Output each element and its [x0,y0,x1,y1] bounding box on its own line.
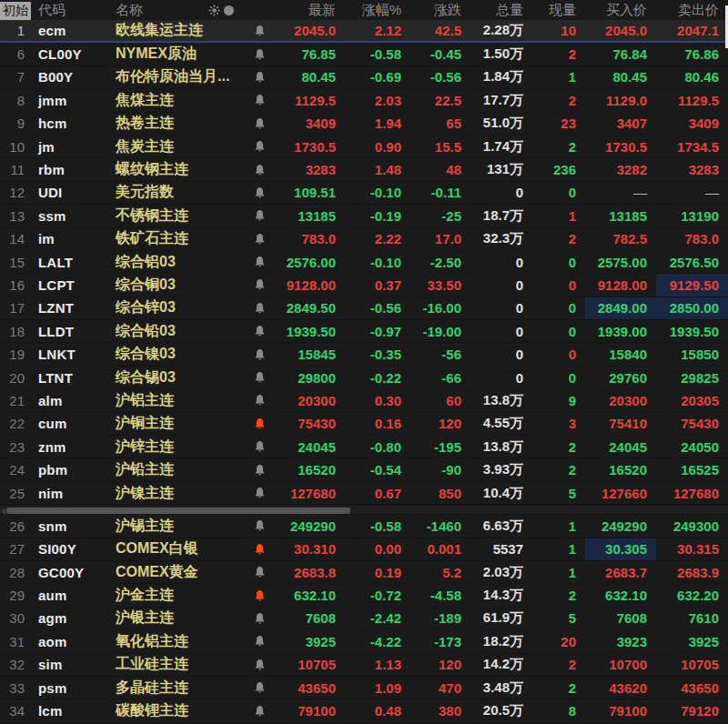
table-row[interactable]: 27SI00YCOMEX白银30.3100.000.0015537130.305… [0,538,728,561]
column-header-ask[interactable]: 卖出价 [656,0,728,20]
bell-cell[interactable] [247,367,272,388]
table-row[interactable]: 24pbm沪铅主连16520-0.54-903.93万21652016525 [0,458,728,481]
table-row[interactable]: 30agm沪银主连7608-2.42-18961.9万576087610 [0,608,728,630]
table-row[interactable]: 15LALT综合铝032576.00-0.10-2.50002575.00257… [0,251,728,274]
bell-icon[interactable] [254,256,266,268]
bell-icon[interactable] [254,612,266,625]
bell-cell[interactable] [247,436,272,458]
bell-icon[interactable] [254,302,266,315]
bell-cell[interactable] [247,158,272,180]
table-row[interactable]: 12UDI美元指数109.51-0.10-0.1100—— [0,182,728,205]
column-header-bid[interactable]: 买入价 [585,0,656,20]
table-row[interactable]: 8jmm焦煤主连1129.52.0322.517.7万21129.01129.5 [0,89,728,112]
column-header-last[interactable]: 最新 [272,0,345,20]
bell-alert-icon[interactable] [254,543,266,556]
bell-cell[interactable] [247,458,272,480]
bell-cell[interactable] [247,584,272,606]
bell-cell[interactable] [247,251,272,273]
bell-icon[interactable] [254,440,266,453]
table-row[interactable]: 29aum沪金主连632.10-0.72-4.5814.3万2632.10632… [0,584,728,607]
bell-cell[interactable] [247,343,272,365]
bell-icon[interactable] [254,48,266,61]
bell-icon[interactable] [254,371,266,384]
column-header-vol[interactable]: 总量 [470,0,532,20]
bell-cell[interactable] [247,389,272,411]
bell-cell[interactable] [247,66,272,88]
table-row[interactable]: 34lcm碳酸锂主连791000.4838020.5万87910079120 [0,699,728,722]
table-row[interactable]: 19LNKT综合镍0315845-0.35-56001584015850 [0,343,728,366]
bell-cell[interactable] [247,205,272,226]
bell-icon[interactable] [254,140,266,153]
table-row[interactable]: 17LZNT综合锌032849.50-0.56-16.00002849.0028… [0,297,728,320]
bell-icon[interactable] [254,487,266,499]
bell-icon[interactable] [254,394,266,407]
bell-cell[interactable] [247,89,272,111]
bell-icon[interactable] [254,705,266,718]
table-row[interactable]: 20LTNT综合锡0329800-0.22-66002976029825 [0,367,728,389]
bell-cell[interactable] [247,482,272,504]
dot-icon[interactable] [224,5,234,15]
bell-icon[interactable] [254,233,266,246]
table-row[interactable]: 22cum沪铜主连754300.161204.55万37541075430 [0,413,728,436]
table-row[interactable]: 9hcm热卷主连34091.946551.0万2334073409 [0,113,728,136]
table-row[interactable]: 7B00Y布伦特原油当月...80.45-0.69-0.561.84万180.4… [0,66,728,89]
bell-icon[interactable] [254,519,266,532]
table-row[interactable]: 28GC00YCOMEX黄金2683.80.195.22.03万12683.72… [0,561,728,584]
bell-cell[interactable] [247,182,272,204]
bell-icon[interactable] [254,94,266,106]
table-row[interactable]: 10jm焦炭主连1730.50.9015.51.74万21730.51734.5 [0,136,728,158]
table-row[interactable]: 14im铁矿石主连783.02.2217.032.3万2782.5783.0 [0,228,728,251]
table-row[interactable]: 31aom氧化铝主连3925-4.22-17318.2万2039233925 [0,630,728,653]
bell-icon[interactable] [254,659,266,671]
table-row[interactable]: 13ssm不锈钢主连13185-0.19-2518.7万11318513190 [0,205,728,227]
bell-icon[interactable] [254,117,266,130]
bell-icon[interactable] [254,464,266,477]
bell-cell[interactable] [247,654,272,676]
bell-cell[interactable] [247,20,272,41]
table-row[interactable]: 16LCPT综合铜039128.000.3733.50009128.009129… [0,274,728,297]
table-row[interactable]: 11rbm螺纹钢主连32831.4848131万23632823283 [0,158,728,181]
table-row[interactable]: 32sim工业硅主连107051.1312014.2万21070010705 [0,654,728,677]
bell-icon[interactable] [254,325,266,337]
bell-cell[interactable] [247,43,272,65]
bell-cell[interactable] [247,699,272,721]
bell-cell[interactable] [247,136,272,157]
bell-icon[interactable] [254,348,266,361]
table-row[interactable]: 6CL00YNYMEX原油76.85-0.58-0.451.50万276.847… [0,43,728,65]
table-row[interactable]: 26snm沪锡主连249290-0.58-14606.63万1249290249… [0,515,728,538]
bell-cell[interactable] [247,413,272,435]
table-row[interactable]: 21alm沪铝主连203000.306013.8万92030020305 [0,389,728,412]
bell-icon[interactable] [254,209,266,222]
bell-cell[interactable] [247,608,272,629]
bell-cell[interactable] [247,515,272,537]
bell-cell[interactable] [247,538,272,560]
table-row[interactable]: 33psm多晶硅主连436501.094703.48万24362043650 [0,677,728,699]
table-row[interactable]: 18LLDT综合铅031939.50-0.97-19.00001939.0019… [0,320,728,343]
bell-cell[interactable] [247,630,272,652]
bell-icon[interactable] [254,164,266,176]
bell-cell[interactable] [247,561,272,583]
bell-cell[interactable] [247,320,272,342]
column-header-name-wrap[interactable]: 名称 [112,0,247,20]
bell-icon[interactable] [254,186,266,199]
column-header-chg[interactable]: 涨跌 [410,0,470,20]
bell-icon[interactable] [254,71,266,84]
table-row[interactable]: 1ecm欧线集运主连2045.02.1242.52.28万102045.0204… [0,20,728,43]
bell-cell[interactable] [247,228,272,250]
bell-icon[interactable] [254,566,266,578]
bell-icon[interactable] [254,681,266,694]
table-row[interactable]: 23znm沪锌主连24045-0.80-19513.8万22404524050 [0,436,728,458]
bell-alert-icon[interactable] [254,417,266,430]
bell-cell[interactable] [247,113,272,135]
table-row[interactable]: 25nim沪镍主连1276800.6785010.4万5127660127680 [0,482,728,505]
column-header-cur[interactable]: 现量 [532,0,585,20]
horizontal-scrollbar-thumb[interactable] [6,508,350,514]
bell-cell[interactable] [247,677,272,699]
bell-alert-icon[interactable] [254,589,266,602]
bell-icon[interactable] [254,278,266,291]
column-header-pct[interactable]: 涨幅% [345,0,410,20]
bell-icon[interactable] [254,635,266,648]
tab-initial[interactable]: 初始 [0,2,31,20]
horizontal-scrollbar[interactable] [0,505,728,515]
column-header-code[interactable]: 代码 [32,0,112,20]
